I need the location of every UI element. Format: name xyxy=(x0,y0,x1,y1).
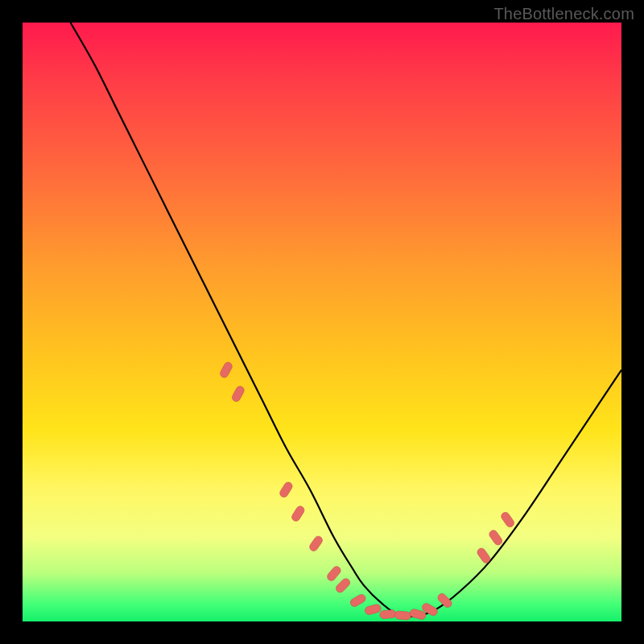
svg-rect-10 xyxy=(394,611,411,621)
bottleneck-curve xyxy=(71,23,621,617)
svg-rect-6 xyxy=(334,577,351,594)
svg-rect-4 xyxy=(308,535,324,552)
curve-marker xyxy=(379,609,396,619)
svg-rect-1 xyxy=(231,385,246,402)
svg-rect-9 xyxy=(379,609,396,619)
curve-svg xyxy=(23,23,621,621)
curve-marker xyxy=(349,593,366,609)
curve-marker xyxy=(326,565,343,583)
curve-marker xyxy=(291,505,306,522)
curve-marker xyxy=(488,529,504,547)
bottleneck-curve-path xyxy=(71,23,621,617)
svg-rect-13 xyxy=(436,592,453,609)
svg-rect-16 xyxy=(500,510,516,528)
svg-rect-8 xyxy=(364,604,382,616)
curve-marker xyxy=(308,535,324,552)
plot-area xyxy=(23,23,621,621)
svg-rect-7 xyxy=(349,593,366,609)
svg-rect-5 xyxy=(326,565,343,583)
svg-rect-3 xyxy=(291,505,306,522)
svg-rect-15 xyxy=(488,529,504,547)
watermark-label: TheBottleneck.com xyxy=(493,5,634,23)
curve-marker xyxy=(334,577,351,594)
chart-frame: TheBottleneck.com xyxy=(0,0,644,644)
curve-marker xyxy=(436,592,453,609)
svg-rect-0 xyxy=(219,361,233,378)
curve-marker xyxy=(364,604,382,616)
curve-marker xyxy=(500,510,516,528)
curve-marker xyxy=(279,481,294,498)
curve-marker xyxy=(219,361,233,378)
curve-marker xyxy=(231,385,246,402)
curve-marker xyxy=(394,611,411,621)
svg-rect-2 xyxy=(279,481,294,498)
